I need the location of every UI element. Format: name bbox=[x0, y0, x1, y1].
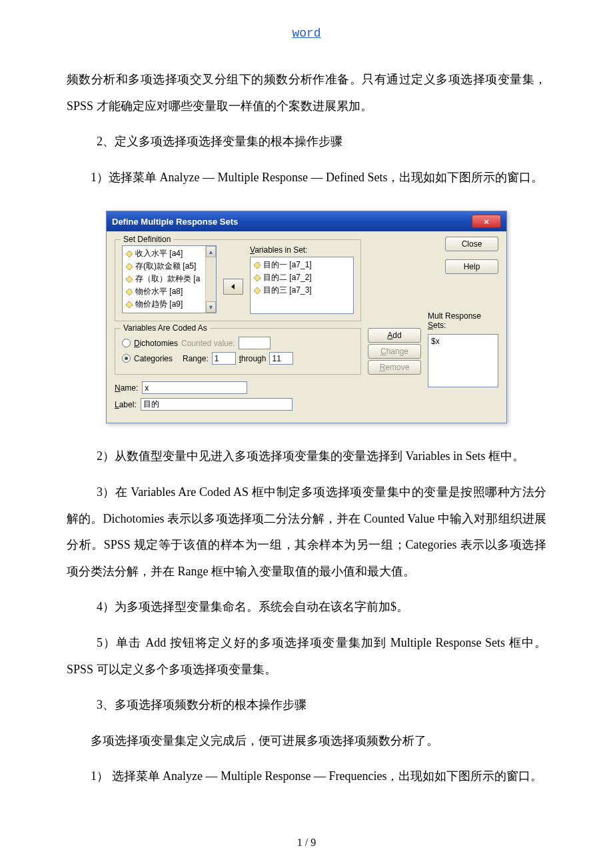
label-label: Label: bbox=[115, 400, 137, 409]
dichotomies-radio[interactable] bbox=[122, 339, 131, 347]
counted-value-input bbox=[239, 337, 271, 349]
variables-coded-as-group: Variables Are Coded As Dichotomies Count… bbox=[115, 328, 361, 375]
paragraph: 2、定义多项选择项选择变量集的根本操作步骤 bbox=[67, 129, 546, 155]
categories-radio[interactable] bbox=[122, 354, 131, 363]
variable-icon bbox=[125, 313, 133, 314]
range-from-input[interactable]: 1 bbox=[212, 352, 236, 365]
list-item[interactable]: 物价水平 [a8] bbox=[124, 285, 215, 298]
vars-in-set-label: VVariables in Set:ariables in Set: bbox=[250, 245, 354, 255]
list-item[interactable]: 目的三 [a7_3] bbox=[252, 284, 352, 297]
group-legend: Set Definition bbox=[121, 235, 173, 244]
svg-marker-0 bbox=[126, 251, 133, 257]
dialog-title: Define Multiple Response Sets bbox=[112, 217, 238, 227]
svg-marker-3 bbox=[126, 289, 133, 295]
group-legend: Variables Are Coded As bbox=[121, 323, 210, 333]
list-item[interactable]: $x bbox=[430, 336, 496, 347]
close-button[interactable]: Close bbox=[445, 237, 498, 251]
through-label: through bbox=[239, 354, 267, 363]
list-item[interactable]: 目的一 [a7_1] bbox=[252, 259, 352, 271]
paragraph: 3、多项选择项频数分析的根本操作步骤 bbox=[67, 692, 546, 719]
mult-response-sets-label: Mult Response Sets: bbox=[428, 311, 498, 330]
move-left-button[interactable] bbox=[223, 279, 243, 295]
set-definition-group: Set Definition 收入水平 [a4] 存(取)款金额 [a5] 存（… bbox=[115, 239, 361, 321]
name-label: Name: bbox=[115, 383, 138, 393]
define-mr-sets-dialog: Define Multiple Response Sets × Set Defi… bbox=[106, 211, 507, 423]
variable-icon bbox=[253, 287, 261, 295]
list-item[interactable]: 物价趋势 [a9] bbox=[124, 298, 215, 311]
label-input[interactable]: 目的 bbox=[141, 398, 293, 411]
variable-icon bbox=[125, 275, 133, 283]
paragraph: 多项选择项变量集定义完成后，便可进展多项选择项频数分析了。 bbox=[67, 728, 546, 755]
svg-marker-7 bbox=[254, 262, 261, 269]
header-word-link[interactable]: word bbox=[67, 27, 546, 40]
variable-icon bbox=[125, 263, 133, 271]
variable-icon bbox=[253, 261, 261, 269]
scroll-up-icon[interactable]: ▲ bbox=[206, 246, 216, 257]
list-item[interactable]: 存(取)款金额 [a5] bbox=[124, 260, 215, 273]
variable-icon bbox=[125, 301, 133, 309]
svg-marker-4 bbox=[126, 301, 133, 308]
source-variables-list[interactable]: 收入水平 [a4] 存(取)款金额 [a5] 存（取）款种类 [a 物价水平 [… bbox=[122, 245, 217, 313]
svg-marker-9 bbox=[254, 287, 261, 294]
paragraph: 3）在 Variables Are Coded AS 框中制定多项选择项变量集中… bbox=[67, 479, 546, 585]
categories-label: Categories bbox=[134, 354, 173, 363]
range-label: Range: bbox=[183, 354, 209, 363]
svg-marker-6 bbox=[231, 284, 235, 289]
paragraph: 1）选择菜单 Analyze — Multiple Response — Def… bbox=[67, 165, 546, 191]
range-to-input[interactable]: 11 bbox=[269, 352, 293, 365]
paragraph: 2）从数值型变量中见进入多项选择项变量集的变量选择到 Variables in … bbox=[67, 443, 546, 470]
counted-value-label: Counted value: bbox=[181, 339, 235, 348]
paragraph: 5）单击 Add 按钮将定义好的多项选择项变量集加到 Multiple Resp… bbox=[67, 630, 546, 683]
mult-response-sets-list[interactable]: $x bbox=[428, 334, 498, 387]
list-item[interactable]: 收入水平 [a4] bbox=[124, 247, 215, 260]
scrollbar[interactable]: ▲ ▼ bbox=[205, 246, 216, 313]
list-item[interactable]: 存（取）款种类 [a bbox=[124, 273, 215, 285]
change-button[interactable]: Change bbox=[368, 344, 421, 359]
page-number: 1 / 9 bbox=[67, 837, 546, 849]
paragraph: 频数分析和多项选择项交叉分组下的频数分析作准备。只有通过定义多项选择项变量集，S… bbox=[67, 67, 546, 119]
list-item[interactable]: 目的二 [a7_2] bbox=[252, 271, 352, 284]
svg-marker-8 bbox=[254, 275, 261, 281]
name-input[interactable]: x bbox=[142, 381, 247, 394]
paragraph: 4）为多项选择型变量集命名。系统会自动在该名字前加$。 bbox=[67, 594, 546, 621]
help-button[interactable]: Help bbox=[445, 259, 498, 274]
close-icon[interactable]: × bbox=[472, 215, 501, 228]
paragraph: 1） 选择菜单 Analyze — Multiple Response — Fr… bbox=[67, 763, 546, 790]
scroll-down-icon[interactable]: ▼ bbox=[206, 301, 216, 313]
variable-icon bbox=[253, 274, 261, 282]
list-item[interactable]: 物价上涨准备 [a1 bbox=[124, 311, 215, 313]
add-button[interactable]: Add bbox=[368, 328, 421, 343]
dialog-titlebar[interactable]: Define Multiple Response Sets × bbox=[107, 211, 506, 231]
arrow-left-icon bbox=[230, 283, 237, 290]
dichotomies-label: Dichotomies bbox=[134, 339, 178, 348]
svg-marker-1 bbox=[126, 263, 133, 270]
variable-icon bbox=[125, 250, 133, 258]
svg-marker-2 bbox=[126, 276, 133, 283]
variable-icon bbox=[125, 288, 133, 296]
remove-button[interactable]: Remove bbox=[368, 360, 421, 375]
variables-in-set-list[interactable]: 目的一 [a7_1] 目的二 [a7_2] 目的三 [a7_3] bbox=[250, 257, 354, 314]
